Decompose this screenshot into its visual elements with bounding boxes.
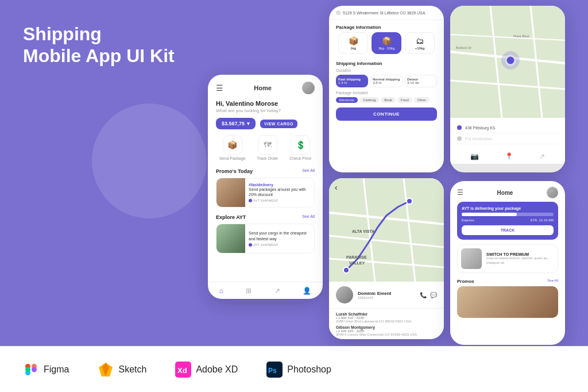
tag-electronic[interactable]: Electronic	[336, 97, 358, 103]
nav-search-icon[interactable]: ⊞	[246, 287, 252, 295]
page-title: Shipping Mobile App UI Kit	[23, 23, 175, 67]
selector-panel: 438 Pittsburg KS Put Destination	[450, 118, 565, 149]
map-background: ‹ ALTA VISTA PARADISE VALLEY	[329, 178, 444, 282]
pkg-icon-3kg: 📦	[382, 36, 392, 45]
sub-text: What are you looking for today?	[208, 108, 323, 118]
map2-svg: Bullock Dr Plata Blvd	[450, 6, 565, 118]
dest-dot	[457, 136, 462, 141]
message-icon[interactable]: 💬	[430, 292, 437, 298]
svg-point-6	[343, 267, 349, 273]
tool-adobexd: Xd Adobe XD	[175, 362, 238, 378]
contact-2: Gibson Montgomery +1 406 329 - 3268 3049…	[336, 325, 437, 336]
location-icon[interactable]: 📍	[505, 152, 513, 160]
check-price-label: Check Price	[289, 156, 311, 160]
phone-home: ☰ Home Hi, Valentino Morose What are you…	[208, 75, 323, 299]
svg-text:Bullock Dr: Bullock Dr	[456, 46, 471, 49]
sketch-icon	[98, 362, 114, 378]
tag-clothing[interactable]: Clothing	[359, 97, 379, 103]
map2-background: Bullock Dr Plata Blvd	[450, 6, 565, 118]
explore-image	[216, 224, 245, 253]
check-price-icon: 💲	[291, 135, 310, 155]
package-tags: Electronic Clothing Book Food Other	[329, 97, 444, 107]
promo-card-1[interactable]: #fastdelivery Send packages around you w…	[216, 178, 315, 207]
nav-chart-icon[interactable]: ↗	[274, 287, 280, 295]
nav-home-icon[interactable]: ⌂	[219, 287, 223, 295]
dur-fast-time: 1-3 hr	[338, 81, 366, 84]
promos-today-label: Promo's Today	[216, 168, 253, 174]
tag-book[interactable]: Book	[381, 97, 396, 103]
tool-photoshop: Ps Photoshop	[266, 362, 331, 378]
driver-card: Dominic Ement 23819143 📞 💬	[329, 282, 444, 308]
track-button[interactable]: TRACK	[462, 225, 554, 235]
ph2-promo-card[interactable]	[457, 286, 558, 318]
tracking-row: Express ETA: 11:10 AM	[462, 218, 554, 222]
premium-image	[461, 248, 482, 269]
premium-title: SWITCH TO PREMIUM	[486, 252, 554, 256]
chevron-icon: ▾	[247, 121, 250, 126]
promos-see-all[interactable]: See All	[302, 168, 315, 174]
tag-other[interactable]: Other	[414, 97, 430, 103]
figma-label: Figma	[44, 364, 69, 375]
camera-icon[interactable]: 📷	[470, 152, 479, 160]
qa-check-price[interactable]: 💲 Check Price	[289, 135, 311, 160]
tool-sketch: Sketch	[98, 362, 146, 378]
share-icon[interactable]: ↗	[539, 152, 545, 160]
ph2-avatar[interactable]	[547, 187, 558, 198]
balance-value: $3.567,75	[222, 121, 245, 126]
continue-button[interactable]: CONTINUE	[336, 107, 437, 121]
pkg-label-3kg: 3kg - 10kg	[378, 47, 394, 50]
shipping-info-label: Shipping Information	[329, 59, 444, 68]
quick-actions: 📦 Send Package 🗺 Track Order 💲 Check Pri…	[214, 135, 317, 160]
svg-point-18	[501, 51, 520, 70]
dur-detour[interactable]: Detour 3-10 da	[405, 75, 437, 87]
photoshop-label: Photoshop	[287, 364, 331, 375]
figma-icon	[23, 362, 39, 378]
qa-track-order[interactable]: 🗺 Track Order	[257, 135, 278, 160]
phone-icon[interactable]: 📞	[420, 292, 427, 298]
driver-name: Dominic Ement	[358, 291, 391, 296]
phone-package: 5129 S Windermere St Littleton CO 3829 U…	[329, 6, 444, 172]
home-title: Home	[254, 84, 272, 91]
promo-tag: #fastdelivery	[249, 183, 311, 187]
promo-brand: AYT SHIPMENT	[249, 199, 311, 202]
send-package-icon: 📦	[223, 135, 242, 155]
greeting-text: Hi, Valentino Morose	[208, 98, 323, 108]
map-svg: ALTA VISTA PARADISE VALLEY	[329, 178, 444, 282]
hamburger2-icon[interactable]: ☰	[457, 189, 463, 197]
pkg-label-10kg: +10kg	[415, 47, 425, 50]
dur-normal[interactable]: Normal shipping 3-8 hr	[370, 75, 403, 87]
premium-card[interactable]: SWITCH TO PREMIUM Cras id massa dictum, …	[457, 244, 558, 273]
pkg-option-3kg[interactable]: 📦 3kg - 10kg	[372, 32, 401, 54]
tag-food[interactable]: Food	[397, 97, 412, 103]
decorative-circle	[92, 103, 207, 218]
nav-profile-icon[interactable]: 👤	[303, 287, 311, 295]
pkg-option-1kg[interactable]: 📦 1kg	[338, 32, 368, 54]
explore-see-all[interactable]: See All	[302, 214, 315, 220]
address-dot	[336, 10, 341, 15]
back-button[interactable]: ‹	[335, 183, 338, 192]
premium-desc: Cras id massa dictum, ulectriic quam eu,…	[486, 256, 554, 266]
explore-brand-dot	[249, 243, 252, 247]
address-text: 5129 S Windermere St Littleton CO 3829 U…	[343, 11, 425, 15]
hamburger-icon[interactable]: ☰	[216, 83, 223, 93]
title-line1: Shipping	[23, 24, 102, 44]
phone-home2: ☰ Home AYT is delivering your package Ex…	[450, 181, 565, 345]
explore-card[interactable]: Send your cargo in the cheapest and fast…	[216, 224, 315, 253]
brand-dot	[249, 199, 252, 202]
ph2-see-all[interactable]: See All	[547, 279, 558, 284]
view-cargo-button[interactable]: VIEW CARGO	[260, 120, 297, 128]
pkg-option-10kg[interactable]: 🗂 +10kg	[405, 32, 435, 54]
svg-point-25	[32, 367, 37, 372]
avatar[interactable]	[302, 82, 315, 94]
dest-row[interactable]: Put Destination	[457, 133, 558, 144]
svg-text:PARADISE: PARADISE	[346, 255, 367, 259]
dur-normal-time: 3-8 hr	[373, 81, 400, 84]
dest-placeholder: Put Destination	[465, 137, 492, 141]
ph2-header: ☰ Home	[450, 181, 565, 202]
balance-badge[interactable]: $3.567,75 ▾	[216, 118, 256, 129]
photoshop-icon: Ps	[266, 362, 283, 378]
qa-send-package[interactable]: 📦 Send Package	[219, 135, 246, 160]
progress-bar-fill	[462, 213, 517, 216]
express-label: Express	[462, 218, 474, 222]
dur-fast[interactable]: Fast shipping 1-3 hr	[336, 75, 368, 87]
